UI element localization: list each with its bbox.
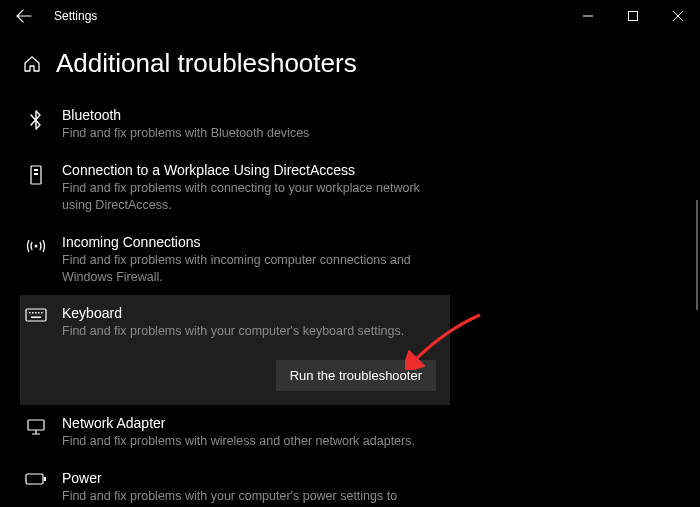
item-desc: Find and fix problems with incoming comp… bbox=[62, 252, 440, 286]
network-adapter-icon bbox=[24, 415, 48, 450]
svg-rect-11 bbox=[31, 317, 41, 319]
scrollbar[interactable] bbox=[696, 200, 698, 310]
svg-rect-12 bbox=[28, 420, 44, 430]
troubleshooter-item-network[interactable]: Network Adapter Find and fix problems wi… bbox=[20, 405, 450, 460]
svg-rect-7 bbox=[32, 312, 34, 314]
keyboard-icon bbox=[24, 305, 48, 340]
back-button[interactable] bbox=[8, 0, 40, 32]
close-button[interactable] bbox=[655, 0, 700, 32]
workplace-icon bbox=[24, 162, 48, 214]
troubleshooter-item-power[interactable]: Power Find and fix problems with your co… bbox=[20, 460, 450, 507]
troubleshooter-item-incoming[interactable]: Incoming Connections Find and fix proble… bbox=[20, 224, 450, 296]
svg-rect-6 bbox=[29, 312, 31, 314]
item-desc: Find and fix problems with connecting to… bbox=[62, 180, 440, 214]
page-content: Additional troubleshooters Bluetooth Fin… bbox=[0, 32, 700, 507]
run-troubleshooter-button[interactable]: Run the troubleshooter bbox=[276, 360, 436, 391]
svg-rect-0 bbox=[628, 12, 637, 21]
troubleshooter-item-bluetooth[interactable]: Bluetooth Find and fix problems with Blu… bbox=[20, 97, 450, 152]
svg-rect-10 bbox=[41, 312, 43, 314]
item-title: Keyboard bbox=[62, 305, 440, 321]
power-icon bbox=[24, 470, 48, 507]
troubleshooter-item-keyboard[interactable]: Keyboard Find and fix problems with your… bbox=[20, 295, 450, 350]
item-title: Incoming Connections bbox=[62, 234, 440, 250]
item-desc: Find and fix problems with Bluetooth dev… bbox=[62, 125, 440, 142]
page-title: Additional troubleshooters bbox=[56, 48, 357, 79]
item-desc: Find and fix problems with your computer… bbox=[62, 488, 440, 507]
window-controls bbox=[565, 0, 700, 32]
svg-rect-14 bbox=[44, 477, 46, 481]
svg-point-4 bbox=[35, 244, 38, 247]
item-title: Network Adapter bbox=[62, 415, 440, 431]
minimize-icon bbox=[583, 11, 593, 21]
troubleshooter-list: Bluetooth Find and fix problems with Blu… bbox=[20, 97, 680, 507]
titlebar: Settings bbox=[0, 0, 700, 32]
svg-rect-8 bbox=[35, 312, 37, 314]
svg-rect-5 bbox=[26, 309, 46, 321]
home-icon[interactable] bbox=[22, 54, 42, 74]
troubleshooter-item-directaccess[interactable]: Connection to a Workplace Using DirectAc… bbox=[20, 152, 450, 224]
svg-rect-2 bbox=[34, 169, 38, 171]
item-desc: Find and fix problems with your computer… bbox=[62, 323, 440, 340]
svg-rect-3 bbox=[34, 173, 38, 175]
bluetooth-icon bbox=[24, 107, 48, 142]
run-row: Run the troubleshooter bbox=[20, 350, 450, 405]
incoming-icon bbox=[24, 234, 48, 286]
maximize-icon bbox=[628, 11, 638, 21]
svg-rect-9 bbox=[38, 312, 40, 314]
close-icon bbox=[673, 11, 683, 21]
item-desc: Find and fix problems with wireless and … bbox=[62, 433, 440, 450]
item-title: Connection to a Workplace Using DirectAc… bbox=[62, 162, 440, 178]
minimize-button[interactable] bbox=[565, 0, 610, 32]
page-header: Additional troubleshooters bbox=[20, 32, 680, 97]
svg-rect-13 bbox=[26, 474, 43, 484]
window-title: Settings bbox=[54, 9, 97, 23]
arrow-left-icon bbox=[16, 8, 32, 24]
item-title: Power bbox=[62, 470, 440, 486]
item-title: Bluetooth bbox=[62, 107, 440, 123]
maximize-button[interactable] bbox=[610, 0, 655, 32]
